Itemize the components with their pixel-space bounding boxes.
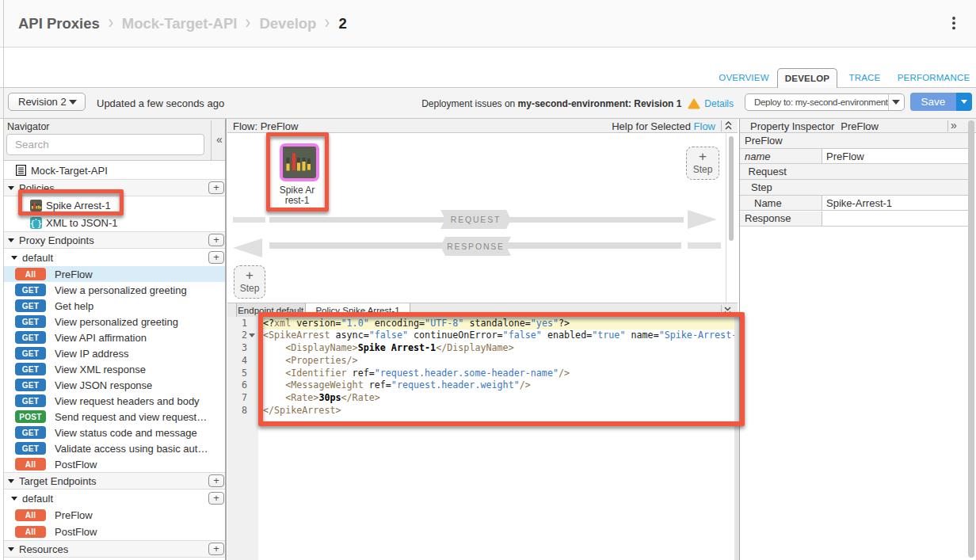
updated-status: Updated a few seconds ago [97,88,224,119]
warning-icon [688,98,700,109]
tree-flow-view-xml-response[interactable]: GETView XML response [4,361,226,377]
tree-flow-view-personalized-greeting[interactable]: GETView personalized greeting [4,314,226,330]
save-button[interactable]: Save [910,93,956,111]
tree-flow-postflow[interactable]: AllPostFlow [4,524,226,540]
method-badge: GET [15,426,46,439]
add-step-label: Step [234,283,265,294]
line-number: 5 [242,368,247,380]
flow-title: Flow: PreFlow [233,120,298,132]
add-button[interactable]: + [208,474,224,487]
flow-scrollbar[interactable] [729,136,734,241]
breadcrumb-item[interactable]: Mock-Target-API [122,15,238,32]
tab-overview[interactable]: OVERVIEW [715,67,772,87]
method-badge: GET [15,394,46,407]
tree-flow-preflow[interactable]: AllPreFlow [4,266,226,282]
tree-api-mock-target-api[interactable]: Mock-Target-API [4,162,226,179]
expand-triangle-icon[interactable] [11,256,17,260]
tree-label: Resources [19,543,68,555]
collapse-right-icon[interactable]: » [948,120,959,131]
tree-flow-send-request-and-view-request-[interactable]: POSTSend request and view request… [4,409,226,425]
panel-divider[interactable] [225,119,227,560]
expand-triangle-icon[interactable] [8,238,14,242]
add-step-button-response[interactable]: + Step [234,265,265,299]
tree-label: PostFlow [55,459,97,470]
save-split-button: Save [910,93,972,111]
property-value-input[interactable]: PreFlow [822,149,968,164]
add-button[interactable]: + [208,234,224,246]
chevron-down-icon [69,100,77,105]
tree-label: Get help [55,300,93,312]
property-inspector-title: Property InspectorPreFlow [750,120,879,132]
tree-label: Send request and view request… [55,411,207,423]
search-input[interactable] [6,134,204,155]
collapse-left-icon[interactable]: « [214,135,225,146]
flow-canvas-border [726,134,726,303]
tree-flow-validate-access-using-basic-aut-[interactable]: GETValidate access using basic aut… [4,440,226,456]
deployment-issues-text: Deployment issues on [421,98,515,109]
line-number: 8 [242,405,247,417]
deploy-to-select[interactable]: Deploy to: my-second-environment [745,93,905,111]
tree-label: View API affirmation [55,332,147,344]
details-link[interactable]: Details [704,98,734,109]
tree-label: View JSON response [55,379,152,391]
tree-section-target-endpoints[interactable]: Target Endpoints+ [4,472,226,490]
expand-triangle-icon[interactable] [8,547,14,551]
tree-flow-preflow[interactable]: AllPreFlow [4,507,226,524]
revision-select[interactable]: Revision 2 [8,93,86,111]
code-gutter: 12345678 [227,317,258,560]
response-label-text: RESPONSE [440,237,511,256]
tree-subsection-default[interactable]: default+ [4,490,226,507]
property-row-step: Step [740,180,968,196]
method-badge: All [15,268,46,280]
tree-section-resources[interactable]: Resources+ [4,540,226,558]
property-inspector-title-text: Property Inspector [750,120,834,132]
tree-label: View IP address [55,348,128,360]
flow-help-link[interactable]: Flow [694,120,715,132]
tree-flow-view-api-affirmation[interactable]: GETView API affirmation [4,330,226,345]
tree-policy-xml-to-json-1[interactable]: { }XML to JSON-1 [4,214,226,231]
tree-flow-view-request-headers-and-body[interactable]: GETView request headers and body [4,393,226,409]
annotation-rectangle-code [258,312,745,426]
expand-triangle-icon[interactable] [11,497,17,501]
request-label-text: REQUEST [440,210,511,229]
tree-flow-view-json-response[interactable]: GETView JSON response [4,377,226,393]
tree-subsection-default[interactable]: default+ [4,249,226,266]
plus-icon: + [234,268,265,283]
tree-flow-postflow[interactable]: AllPostFlow [4,456,226,472]
add-button[interactable]: + [208,181,224,194]
tree-flow-get-help[interactable]: GETGet help [4,298,226,314]
property-value-input[interactable]: Spike-Arrest-1 [822,196,968,211]
add-step-button-request[interactable]: + Step [686,147,719,180]
tab-performance[interactable]: PERFORMANCE [895,67,972,87]
navigator-panel: Navigator « Mock-Target-APIPolicies+Spik… [4,119,226,560]
method-badge: GET [15,363,46,375]
line-number: 7 [242,392,247,405]
kebab-menu-icon[interactable] [948,15,959,34]
add-button[interactable]: + [208,492,224,505]
expand-triangle-icon[interactable] [8,479,14,483]
tree-flow-view-ip-address[interactable]: GETView IP address [4,345,226,361]
deploy-select-divider [888,94,889,110]
tree-label: View personalized greeting [55,316,178,328]
tree-flow-view-a-personalized-greeting[interactable]: GETView a personalized greeting [4,282,226,298]
flow-header: Flow: PreFlow Help for Selected Flow [227,119,738,133]
breadcrumb-item[interactable]: Develop [259,15,316,32]
chevron-down-icon [892,100,900,105]
tree-label: default [22,493,53,505]
expand-triangle-icon[interactable] [8,186,14,190]
fold-caret-icon[interactable] [249,333,255,337]
add-button[interactable]: + [208,543,224,555]
collapse-up-icon[interactable] [725,121,732,130]
tab-develop[interactable]: DEVELOP [777,68,837,88]
tree-section-proxy-endpoints[interactable]: Proxy Endpoints+ [4,231,226,249]
tree-flow-view-status-code-and-message[interactable]: GETView status code and message [4,425,226,440]
property-value-input[interactable] [822,211,968,227]
property-scrollbar[interactable] [968,120,974,558]
line-number: 1 [242,318,247,330]
tree-label: Proxy Endpoints [19,234,94,246]
save-dropdown-button[interactable] [956,93,972,111]
breadcrumb-separator: › [325,11,330,33]
add-button[interactable]: + [208,251,224,264]
tab-trace[interactable]: TRACE [843,67,886,87]
chevron-down-icon [961,100,967,104]
